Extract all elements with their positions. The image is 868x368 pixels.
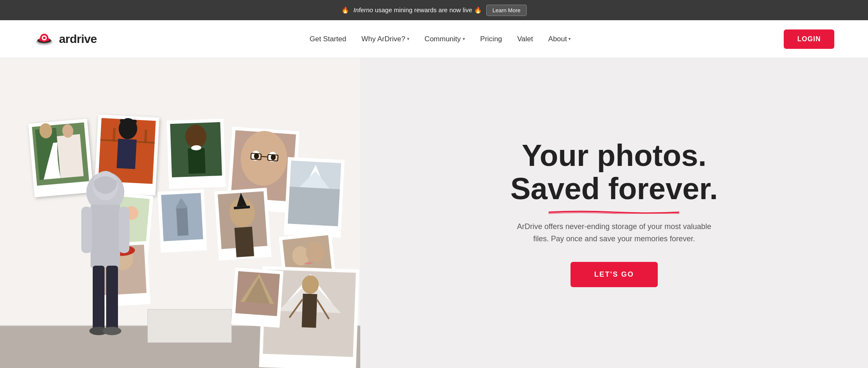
nav-item-get-started[interactable]: Get Started [310,35,346,43]
svg-rect-20 [117,139,137,169]
nav-link-why-ardrive[interactable]: Why ArDrive? ▾ [362,35,410,43]
nav-link-about[interactable]: About ▾ [548,35,571,43]
nav-item-pricing[interactable]: Pricing [480,35,502,43]
svg-rect-51 [234,227,254,257]
navbar: ardrive Get Started Why ArDrive? ▾ Commu… [0,20,868,58]
svg-rect-82 [119,207,129,253]
svg-line-35 [261,157,268,157]
hero-image-collage [0,58,360,368]
nav-link-valet[interactable]: Valet [517,35,533,43]
svg-rect-56 [288,187,340,226]
svg-rect-81 [81,207,92,253]
photo-collage-svg [0,58,360,368]
hero-section: Your photos. Saved forever. ArDrive offe… [0,58,868,368]
nav-link-community[interactable]: Community ▾ [425,35,465,43]
svg-rect-66 [302,293,317,328]
hero-subtitle: ArDrive offers never-ending storage of y… [509,221,720,245]
nav-link-pricing[interactable]: Pricing [480,35,502,43]
logo-text: ardrive [59,32,97,46]
svg-rect-24 [188,148,206,173]
svg-rect-39 [176,208,188,236]
banner-emoji-right: 🔥 [474,6,482,13]
svg-rect-84 [106,266,118,331]
nav-links: Get Started Why ArDrive? ▾ Community ▾ P… [310,35,571,43]
lets-go-button[interactable]: LET'S GO [571,262,658,287]
svg-point-6 [43,37,46,39]
hero-content: Your photos. Saved forever. ArDrive offe… [360,58,868,368]
nav-item-about[interactable]: About ▾ [548,35,571,43]
banner-text: Inferno usage mining rewards are now liv… [354,6,482,14]
chevron-down-icon: ▾ [568,36,571,42]
svg-rect-10 [57,134,84,178]
top-banner: 🔥 Inferno usage mining rewards are now l… [0,0,868,20]
svg-point-86 [103,327,121,335]
nav-link-get-started[interactable]: Get Started [310,35,346,43]
svg-rect-80 [91,205,120,268]
nav-item-valet[interactable]: Valet [517,35,533,43]
hero-title-line2: Saved forever. [510,172,718,214]
hero-title: Your photos. Saved forever. [510,139,718,214]
logo[interactable]: ardrive [34,29,97,50]
login-button[interactable]: LOGIN [784,29,834,49]
ardrive-logo-icon [34,29,55,50]
learn-more-button[interactable]: Learn More [486,5,527,16]
chevron-down-icon: ▾ [407,36,410,42]
svg-rect-83 [93,266,104,331]
banner-brand: Inferno [354,6,373,13]
hero-title-line1: Your photos. [522,139,707,172]
banner-text-after: usage mining rewards are now live [375,6,474,13]
chevron-down-icon: ▾ [463,36,465,42]
nav-item-why-ardrive[interactable]: Why ArDrive? ▾ [362,35,410,43]
nav-item-community[interactable]: Community ▾ [425,35,465,43]
banner-emoji-left: 🔥 [341,6,349,14]
